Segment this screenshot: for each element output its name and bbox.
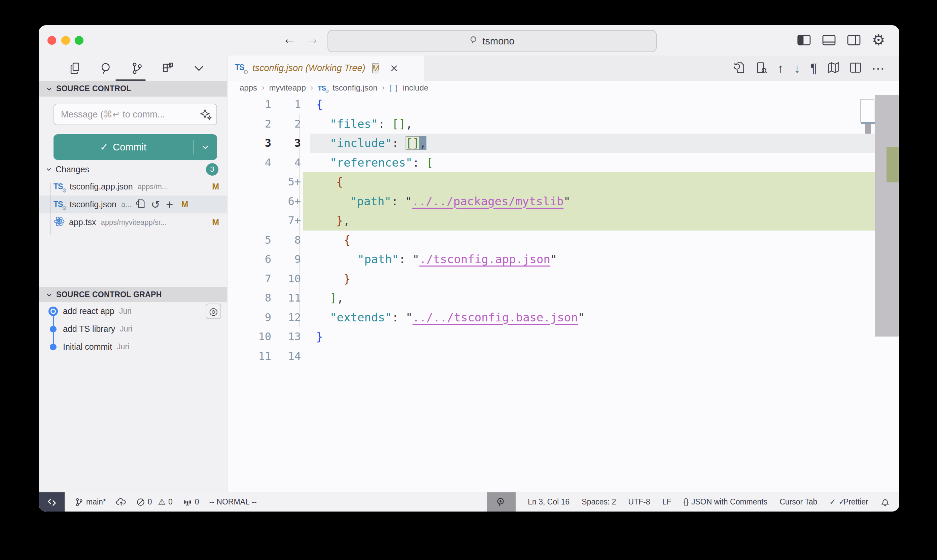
breadcrumb-item-tsconfig-json[interactable]: tsconfig.json xyxy=(332,83,377,92)
forward-arrow-icon[interactable]: → xyxy=(306,31,319,46)
file-path: apps/m... xyxy=(138,182,168,191)
code-token: { xyxy=(344,233,350,247)
code-editor[interactable]: 11{22 "files": [],33 "include": [],44 "r… xyxy=(228,95,899,492)
code-token: ] xyxy=(330,291,337,305)
source-control-icon[interactable] xyxy=(129,62,145,75)
more-actions-icon[interactable]: ⋯ xyxy=(872,62,885,75)
code-token xyxy=(316,233,344,247)
breadcrumb-item-apps[interactable]: apps xyxy=(240,83,257,92)
tab-completion-item[interactable]: Cursor Tab xyxy=(780,497,817,506)
formatter-item[interactable]: ✓✓ Prettier xyxy=(829,497,868,506)
discard-changes-icon[interactable]: ↺ xyxy=(151,200,160,209)
tab-close-icon[interactable] xyxy=(389,64,399,73)
command-center-search[interactable]: tsmono xyxy=(328,30,657,52)
zoom-traffic-light[interactable] xyxy=(75,36,83,45)
explorer-icon[interactable] xyxy=(68,62,83,75)
code-token: , xyxy=(419,136,426,150)
commit-message: add react app xyxy=(63,306,114,316)
eol-label: LF xyxy=(662,497,671,506)
source-control-section-header[interactable]: SOURCE CONTROL xyxy=(39,81,227,97)
radio-tower-icon xyxy=(183,497,192,507)
breadcrumb-item-myviteapp[interactable]: myviteapp xyxy=(269,83,306,92)
publish-status-item[interactable] xyxy=(116,497,126,507)
chevron-down-icon xyxy=(45,166,52,173)
commit-row-add-ts-library[interactable]: add TS library Juri xyxy=(39,320,227,338)
branch-status-item[interactable]: main* xyxy=(75,497,106,506)
split-editor-icon[interactable] xyxy=(849,62,862,75)
tab-tsconfig-json-working-tree[interactable]: TS⚙ tsconfig.json (Working Tree) M xyxy=(228,55,424,81)
toggle-primary-sidebar-icon[interactable] xyxy=(797,34,811,46)
changes-section-header[interactable]: Changes 3 xyxy=(39,161,227,178)
status-bar: main* 0 ⚠ 0 0 -- NORMAL -- Ln 3, Col 16 … xyxy=(39,492,899,512)
commit-message: add TS library xyxy=(63,324,115,334)
cursor-position-item[interactable]: Ln 3, Col 16 xyxy=(528,497,569,506)
more-views-chevron-icon[interactable] xyxy=(191,62,206,75)
code-token: "include" xyxy=(330,136,392,150)
line-number: 11 xyxy=(228,347,274,366)
line-number: 10 xyxy=(228,327,274,347)
settings-gear-icon[interactable]: ⚙ xyxy=(872,33,885,48)
react-icon xyxy=(54,216,65,229)
line-number: 3 xyxy=(228,134,274,153)
line-number: 9 xyxy=(228,308,274,328)
line-number: 5 xyxy=(228,231,274,250)
commit-row-add-react-app[interactable]: add react app Juri ◎ xyxy=(39,302,227,320)
code-line: 1013} xyxy=(228,327,899,347)
next-change-icon[interactable]: ↓ xyxy=(794,62,800,75)
code-line-text: "extends": "../../tsconfig.base.json" xyxy=(310,308,875,328)
notifications-bell[interactable] xyxy=(880,497,890,507)
tab-completion-label: Cursor Tab xyxy=(780,497,817,506)
open-changes-icon[interactable] xyxy=(733,62,745,75)
commit-dropdown-button[interactable] xyxy=(194,143,217,151)
stage-changes-icon[interactable]: + xyxy=(166,200,173,209)
source-control-graph-section-header[interactable]: SOURCE CONTROL GRAPH xyxy=(39,287,227,302)
sparkle-ai-icon[interactable] xyxy=(199,108,212,123)
vim-mode-indicator[interactable]: -- NORMAL -- xyxy=(209,497,257,506)
code-token: } xyxy=(336,214,343,227)
breadcrumb-item-include[interactable]: include xyxy=(403,83,428,92)
file-row-app-tsx[interactable]: app.tsx apps/myviteapp/sr... M xyxy=(39,213,227,231)
toggle-secondary-sidebar-icon[interactable] xyxy=(847,34,861,46)
errors-icon xyxy=(136,498,145,506)
search-editor-icon[interactable] xyxy=(755,62,767,75)
indentation-item[interactable]: Spaces: 2 xyxy=(582,497,616,506)
commit-row-initial-commit[interactable]: Initial commit Juri xyxy=(39,338,227,356)
remote-indicator-button[interactable] xyxy=(39,492,65,512)
editor-group: TS⚙ tsconfig.json (Working Tree) M ↑ xyxy=(228,55,899,492)
commit-head-dot xyxy=(48,306,58,316)
line-number: 7 xyxy=(228,269,274,289)
encoding-item[interactable]: UTF-8 xyxy=(628,497,650,506)
language-mode-item[interactable]: {} JSON with Comments xyxy=(683,497,768,506)
file-row-tsconfig-app-json[interactable]: TS⚙ tsconfig.app.json apps/m... M xyxy=(39,178,227,195)
back-arrow-icon[interactable]: ← xyxy=(283,31,296,46)
vim-mode-label: -- NORMAL -- xyxy=(209,497,257,506)
search-view-icon[interactable] xyxy=(98,62,114,75)
previous-change-icon[interactable]: ↑ xyxy=(777,62,784,75)
commit-dot xyxy=(50,326,57,332)
commit-message-input[interactable] xyxy=(54,104,217,125)
branch-icon xyxy=(75,498,83,506)
source-control-header-label: SOURCE CONTROL xyxy=(56,84,131,93)
zoom-indicator[interactable] xyxy=(487,492,515,512)
code-token xyxy=(309,194,350,208)
close-traffic-light[interactable] xyxy=(48,36,56,45)
ports-status-item[interactable]: 0 xyxy=(183,497,199,507)
file-row-tsconfig-json[interactable]: TS⚙ tsconfig.json a... ↺ + M xyxy=(39,195,227,213)
goto-head-button[interactable]: ◎ xyxy=(206,303,221,319)
tsconfig-icon: TS⚙ xyxy=(54,199,66,210)
toggle-panel-icon[interactable] xyxy=(822,34,836,46)
code-line-text: "path": "../../packages/mytslib" xyxy=(303,192,875,211)
open-file-icon[interactable] xyxy=(135,199,145,210)
line-number: 12 xyxy=(274,308,310,328)
activity-bar xyxy=(39,55,227,81)
problems-status-item[interactable]: 0 ⚠ 0 xyxy=(136,497,173,507)
code-line-text: "references": [ xyxy=(310,153,875,173)
render-whitespace-icon[interactable]: ¶ xyxy=(811,62,817,75)
minimap-icon[interactable] xyxy=(827,62,839,75)
language-label: JSON with Comments xyxy=(691,497,767,506)
minimize-traffic-light[interactable] xyxy=(61,36,70,45)
commit-button[interactable]: ✓ Commit xyxy=(54,134,217,160)
extensions-icon[interactable] xyxy=(160,62,175,75)
search-value: tsmono xyxy=(482,36,514,47)
eol-item[interactable]: LF xyxy=(662,497,671,506)
